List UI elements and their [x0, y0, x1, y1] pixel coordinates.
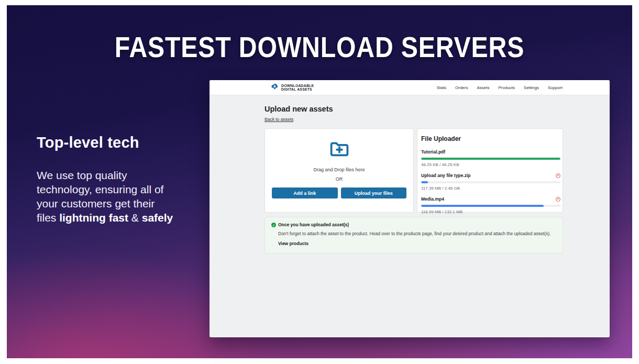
drag-drop-text: Drag and Drop files here	[313, 167, 365, 172]
left-heading: Top-level tech	[37, 134, 183, 151]
file-name: Media.mp4	[421, 196, 444, 202]
app-logo[interactable]: DOWNLOADABLE DIGITAL ASSETS	[271, 83, 314, 92]
logo-text: DOWNLOADABLE DIGITAL ASSETS	[281, 84, 314, 92]
file-uploader-title: File Uploader	[421, 135, 560, 142]
file-uploader-panel: File Uploader Tutorial.pdf ✕ 46.25 KB / …	[417, 128, 563, 213]
info-icon: i	[271, 223, 276, 227]
upload-files-button[interactable]: Upload your files	[341, 187, 407, 198]
logo-line-1: DOWNLOADABLE	[281, 84, 314, 87]
progress-fill	[421, 205, 544, 207]
left-copy-block: Top-level tech We use top quality techno…	[37, 134, 183, 225]
dropzone-buttons: Add a link Upload your files	[265, 187, 413, 198]
progress-fill	[421, 181, 428, 183]
nav-item-assets[interactable]: Assets	[477, 85, 489, 90]
file-row-zip: Upload any file type.zip ✕ 117.35 MB / 2…	[421, 173, 560, 191]
view-products-link[interactable]: View products	[278, 241, 309, 246]
upload-panels-row: Drag and Drop files here OR Add a link U…	[265, 128, 563, 213]
nav-item-orders[interactable]: Orders	[455, 85, 468, 90]
progress-track	[421, 205, 560, 207]
app-body: Upload new assets Back to assets Drag an…	[210, 95, 610, 337]
file-row-media: Media.mp4 ✕ 116.99 MB / 132.1 MB	[421, 196, 560, 214]
file-size: 117.35 MB / 2.46 GB	[421, 186, 560, 191]
app-header: DOWNLOADABLE DIGITAL ASSETS Stats Orders…	[210, 80, 610, 95]
nav-item-stats[interactable]: Stats	[437, 85, 446, 90]
nav-item-settings[interactable]: Settings	[524, 85, 539, 90]
or-text: OR	[336, 177, 343, 182]
add-folder-icon	[329, 140, 349, 160]
uploaded-assets-notice: i Once you have uploaded asset(s) Don't …	[265, 217, 563, 253]
progress-track	[421, 158, 560, 160]
cancel-upload-icon[interactable]: ✕	[556, 173, 560, 178]
slide-title: FASTEST DOWNLOAD SERVERS	[45, 30, 594, 64]
notice-body: Don't forget to attach the asset to the …	[278, 231, 556, 236]
paragraph-text-2: &	[128, 212, 142, 224]
file-name: Tutorial.pdf	[421, 149, 445, 155]
file-size: 46.25 KB / 46.25 KB	[421, 162, 560, 167]
progress-track	[421, 181, 560, 183]
paragraph-bold-1: lightning fast	[59, 212, 128, 224]
back-to-assets-link[interactable]: Back to assets	[265, 117, 293, 122]
file-row-tutorial: Tutorial.pdf ✕ 46.25 KB / 46.25 KB	[421, 149, 560, 167]
dropzone-panel[interactable]: Drag and Drop files here OR Add a link U…	[265, 128, 414, 213]
cancel-upload-icon[interactable]: ✕	[556, 197, 560, 202]
page-title: Upload new assets	[265, 105, 610, 113]
progress-fill	[421, 158, 560, 160]
app-window: DOWNLOADABLE DIGITAL ASSETS Stats Orders…	[210, 80, 610, 337]
cloud-download-icon	[271, 83, 279, 92]
paragraph-bold-2: safely	[142, 212, 173, 224]
logo-line-2: DIGITAL ASSETS	[281, 87, 312, 91]
add-link-button[interactable]: Add a link	[272, 187, 338, 198]
file-size: 116.99 MB / 132.1 MB	[421, 209, 560, 214]
notice-title: Once you have uploaded asset(s)	[278, 222, 349, 227]
app-nav: Stats Orders Assets Products Settings Su…	[437, 85, 563, 90]
left-paragraph: We use top quality technology, ensuring …	[37, 168, 174, 225]
file-name: Upload any file type.zip	[421, 173, 470, 178]
nav-item-products[interactable]: Products	[498, 85, 515, 90]
nav-item-support[interactable]: Support	[548, 85, 563, 90]
